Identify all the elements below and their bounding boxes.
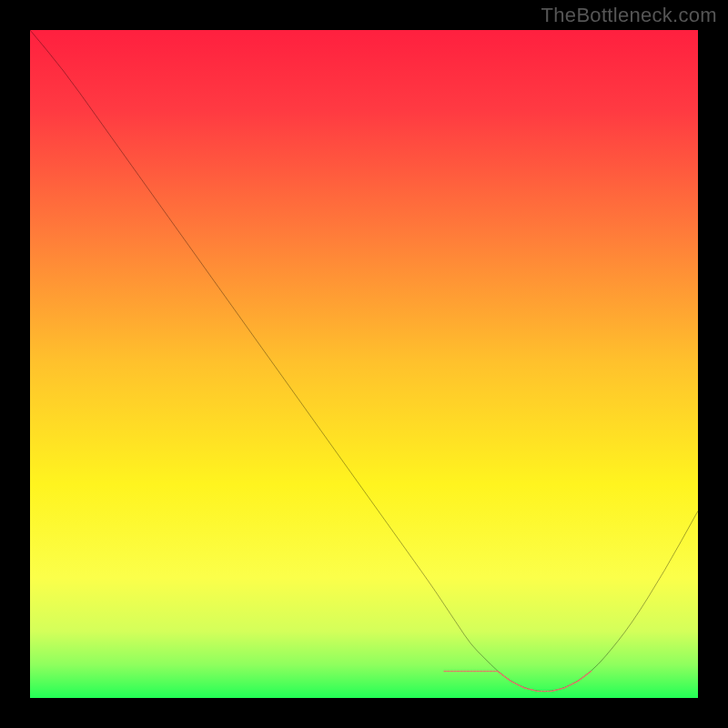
bottleneck-curve (30, 30, 698, 692)
watermark-text: TheBottleneck.com (541, 4, 717, 27)
chart-curve-layer (30, 30, 698, 698)
chart-frame (30, 30, 698, 698)
chart-area (30, 30, 698, 698)
